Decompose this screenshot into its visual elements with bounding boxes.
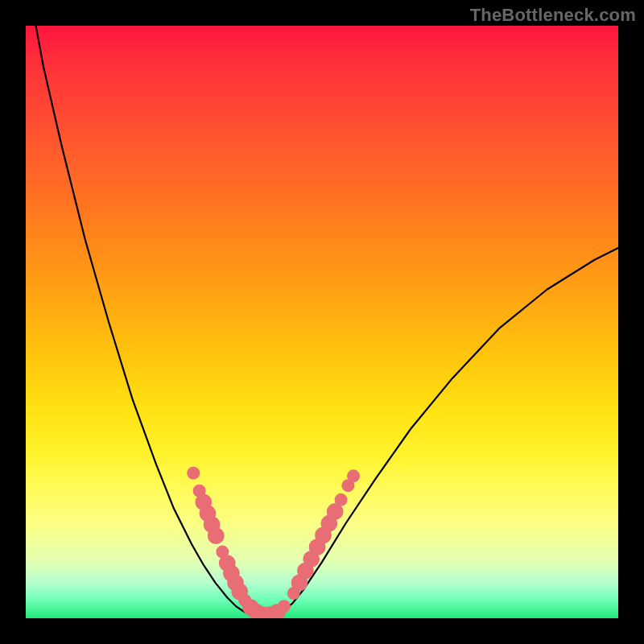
beads-layer [26, 26, 618, 618]
bead-marker [315, 527, 332, 544]
bead-marker [208, 527, 225, 544]
bead-marker [347, 469, 360, 482]
bead-marker [219, 555, 236, 572]
chart-frame: TheBottleneck.com [0, 0, 644, 644]
bead-marker [204, 516, 221, 533]
bead-marker [223, 565, 240, 582]
bead-marker [187, 467, 200, 480]
bead-marker [227, 574, 244, 591]
bead-marker [291, 574, 308, 591]
bead-marker [231, 583, 248, 600]
bead-marker [278, 600, 291, 613]
bead-marker [287, 587, 300, 600]
bead-marker [335, 493, 348, 506]
bead-marker [200, 505, 217, 522]
bead-marker [303, 551, 320, 568]
bead-marker [269, 604, 286, 618]
bead-marker [242, 599, 259, 616]
bottleneck-curve [36, 26, 618, 617]
bead-marker [216, 546, 229, 559]
bead-marker [262, 606, 279, 618]
bead-marker [238, 594, 251, 607]
bead-marker [327, 503, 344, 520]
curve-layer [26, 26, 618, 618]
bead-marker [320, 515, 337, 532]
bead-marker [249, 604, 266, 618]
bead-marker [254, 606, 271, 618]
watermark-label: TheBottleneck.com [470, 5, 636, 26]
bead-marker [341, 479, 354, 492]
bead-marker [297, 563, 314, 580]
bead-marker [309, 539, 326, 555]
bead-marker [195, 493, 212, 510]
plot-area [26, 26, 618, 618]
bead-marker [193, 485, 206, 497]
